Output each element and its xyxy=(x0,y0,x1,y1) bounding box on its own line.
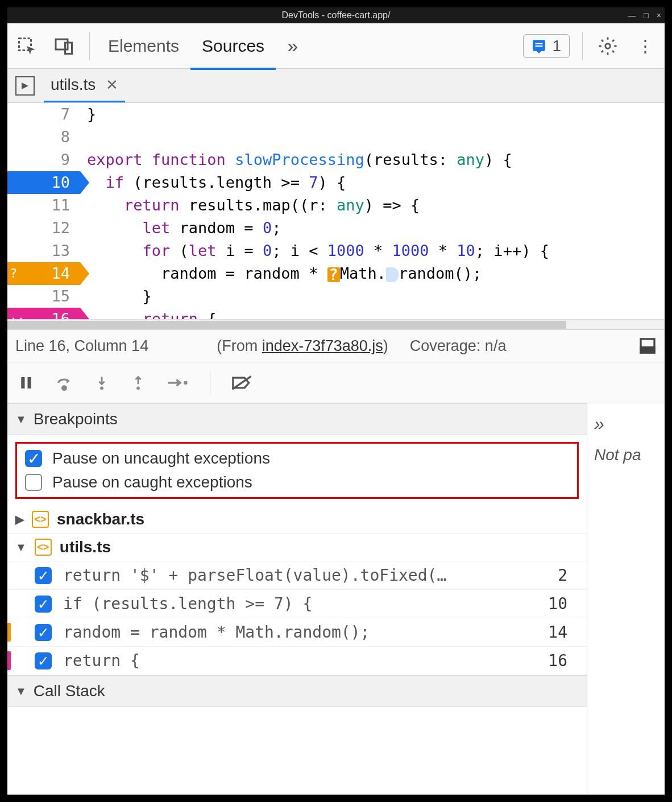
window-maximize-icon[interactable]: □ xyxy=(644,11,648,20)
coverage-status: Coverage: n/a xyxy=(410,337,507,355)
svg-rect-9 xyxy=(28,377,31,388)
svg-rect-8 xyxy=(21,377,24,388)
collapse-icon: ▼ xyxy=(15,413,27,426)
cursor-position: Line 16, Column 14 xyxy=(15,337,148,355)
pause-uncaught-label: Pause on uncaught exceptions xyxy=(52,449,270,468)
issues-count: 1 xyxy=(552,37,561,55)
collapse-icon: ▼ xyxy=(15,685,27,698)
pause-icon[interactable] xyxy=(18,374,35,391)
file-tab-utils[interactable]: utils.ts ✕ xyxy=(44,69,125,102)
separator xyxy=(210,371,210,394)
window-title: DevTools - coffee-cart.app/ xyxy=(282,10,391,20)
pause-caught-checkbox[interactable] xyxy=(25,474,42,491)
main-toolbar: Elements Sources » 1 ⋮ xyxy=(7,23,665,69)
close-tab-icon[interactable]: ✕ xyxy=(106,76,118,94)
breakpoint-checkbox[interactable]: ✓ xyxy=(35,567,52,584)
pause-caught-label: Pause on caught exceptions xyxy=(52,473,252,491)
horizontal-scrollbar[interactable] xyxy=(7,319,665,329)
code-content[interactable]: }export function slowProcessing(results:… xyxy=(80,103,665,319)
bottom-panel-toggle-icon[interactable] xyxy=(638,337,657,355)
more-panes-icon[interactable]: » xyxy=(594,414,658,435)
more-tabs-icon[interactable]: » xyxy=(287,35,298,57)
file-icon: <> xyxy=(32,511,49,528)
svg-point-11 xyxy=(100,386,103,390)
code-editor[interactable]: 7891011121314?1516·· }export function sl… xyxy=(7,103,665,319)
step-out-icon[interactable] xyxy=(130,374,146,392)
window-minimize-icon[interactable]: — xyxy=(628,11,636,20)
svg-rect-7 xyxy=(641,348,654,353)
breakpoint-row[interactable]: ✓if (results.length >= 7) {10 xyxy=(7,590,587,618)
svg-rect-4 xyxy=(536,45,543,46)
breakpoints-section-header[interactable]: ▼ Breakpoints xyxy=(7,403,587,435)
breakpoint-row[interactable]: ✓return '$' + parseFloat(value).toFixed(… xyxy=(7,561,587,590)
breakpoint-row[interactable]: ✓random = random * Math.random();14 xyxy=(7,618,587,647)
device-toolbar-icon[interactable] xyxy=(52,34,77,59)
call-stack-section-header[interactable]: ▼ Call Stack xyxy=(7,675,587,707)
breakpoint-checkbox[interactable]: ✓ xyxy=(35,624,52,641)
file-tab-name: utils.ts xyxy=(51,76,96,94)
settings-icon[interactable] xyxy=(595,34,620,59)
collapse-icon: ▼ xyxy=(15,541,27,554)
deactivate-breakpoints-icon[interactable] xyxy=(231,374,252,391)
line-gutter[interactable]: 7891011121314?1516·· xyxy=(7,103,80,319)
issues-badge[interactable]: 1 xyxy=(523,34,570,58)
step-into-icon[interactable] xyxy=(94,374,110,392)
svg-point-5 xyxy=(605,43,611,48)
pause-uncaught-checkbox[interactable]: ✓ xyxy=(25,450,42,467)
breakpoint-file-utils[interactable]: ▼ <> utils.ts xyxy=(7,534,587,561)
tab-elements[interactable]: Elements xyxy=(108,36,179,56)
window-close-icon[interactable]: × xyxy=(657,11,661,20)
separator xyxy=(582,32,583,60)
more-icon[interactable]: ⋮ xyxy=(633,34,658,59)
debugger-toolbar xyxy=(7,362,665,403)
debugger-side-panel: » Not pa xyxy=(587,403,665,795)
devtools-window: DevTools - coffee-cart.app/ — □ × Elemen… xyxy=(7,7,665,795)
file-icon: <> xyxy=(35,539,52,556)
tab-sources[interactable]: Sources xyxy=(202,36,264,56)
expand-icon: ▶ xyxy=(15,512,24,526)
breakpoint-checkbox[interactable]: ✓ xyxy=(35,652,52,669)
breakpoint-file-snackbar[interactable]: ▶ <> snackbar.ts xyxy=(7,506,587,534)
svg-point-12 xyxy=(136,386,140,390)
window-titlebar: DevTools - coffee-cart.app/ — □ × xyxy=(7,7,665,23)
step-icon[interactable] xyxy=(167,375,189,391)
step-over-icon[interactable] xyxy=(55,374,73,392)
source-map-link[interactable]: index-73f73a80.js xyxy=(262,337,383,354)
separator xyxy=(89,32,90,60)
breakpoint-checkbox[interactable]: ✓ xyxy=(35,596,52,613)
svg-point-10 xyxy=(63,386,67,390)
svg-rect-3 xyxy=(536,43,543,44)
status-bar: Line 16, Column 14 (From index-73f73a80.… xyxy=(7,329,665,362)
breakpoint-row[interactable]: ✓return {16 xyxy=(7,647,587,675)
file-tabs-bar: utils.ts ✕ xyxy=(7,69,665,103)
svg-point-13 xyxy=(184,381,188,385)
debugger-status-text: Not pa xyxy=(594,446,641,464)
navigator-toggle-icon[interactable] xyxy=(15,76,35,96)
exceptions-highlight-box: ✓ Pause on uncaught exceptions Pause on … xyxy=(15,442,579,499)
inspect-element-icon[interactable] xyxy=(14,34,39,59)
